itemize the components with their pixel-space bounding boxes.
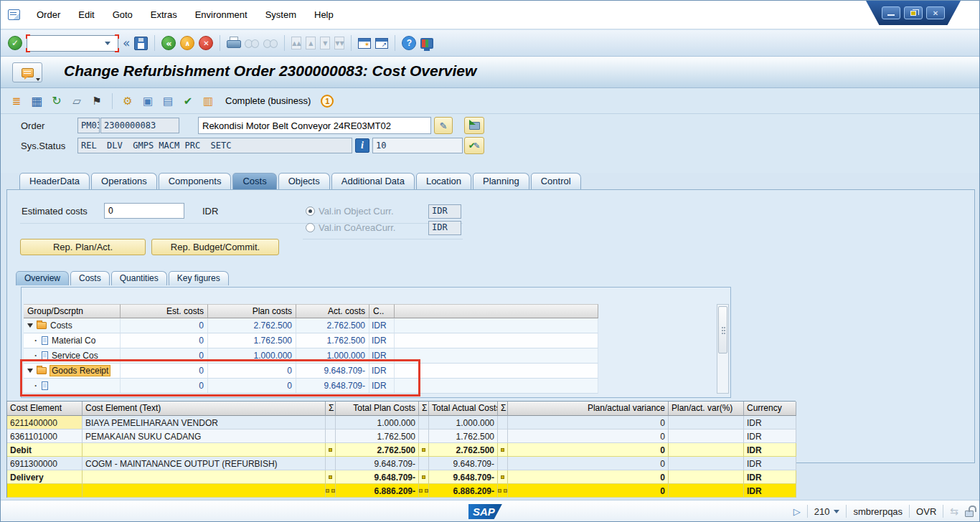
calculator-icon[interactable]: ▦ <box>29 94 44 108</box>
alv-cell-plan[interactable]: 6.886.209- <box>336 484 419 498</box>
log-icon[interactable]: ▥ <box>201 94 215 108</box>
alv-cell-sum2[interactable] <box>419 430 429 443</box>
alv-cell-sum2[interactable] <box>419 484 429 498</box>
exit-icon[interactable]: ∧ <box>180 36 194 50</box>
estimated-costs-field[interactable] <box>104 203 184 219</box>
alv-cell-sum2[interactable] <box>419 457 429 470</box>
tab-location[interactable]: Location <box>416 173 471 189</box>
alv-cell-total-label[interactable] <box>7 484 83 498</box>
alv-cell-sum1[interactable] <box>326 470 336 484</box>
alv-cell-sum3[interactable] <box>498 484 508 498</box>
alv-cell-variance[interactable]: 0 <box>508 443 669 457</box>
val-object-curr-radio[interactable] <box>306 207 315 216</box>
alv-cell-sum1[interactable] <box>326 430 336 443</box>
print-icon[interactable] <box>227 37 240 49</box>
tree-header-act[interactable]: Act. costs <box>296 304 369 318</box>
alv-cell-var-pct[interactable] <box>669 430 744 443</box>
alv-cell-sum3[interactable] <box>498 443 508 457</box>
previous-page-icon[interactable]: ▲ <box>306 37 316 49</box>
collapse-node-icon[interactable] <box>27 323 33 328</box>
command-field[interactable] <box>27 35 118 52</box>
next-page-icon[interactable]: ▼ <box>320 37 330 49</box>
overwrite-mode[interactable]: OVR <box>916 506 936 517</box>
command-dropdown-icon[interactable] <box>105 42 110 45</box>
tree-cell-group[interactable]: Costs <box>24 318 121 333</box>
complete-business-button[interactable]: Complete (business) <box>221 94 315 108</box>
new-session-icon[interactable]: ✶ <box>358 38 371 49</box>
alv-cell-plan[interactable]: 1.000.000 <box>336 416 419 430</box>
back-icon[interactable]: « <box>161 36 176 50</box>
menu-help[interactable]: Help <box>313 7 335 22</box>
schedule-icon[interactable]: ↻ <box>50 94 64 108</box>
alv-header-sum3[interactable]: Σ <box>498 402 508 416</box>
alv-cell-sum1[interactable] <box>326 443 336 457</box>
alv-cell-var-pct[interactable] <box>669 470 744 484</box>
minimize-button[interactable] <box>882 6 900 19</box>
alv-cell-sum3[interactable] <box>498 416 508 430</box>
edit-description-button[interactable]: ✎ <box>434 117 453 134</box>
first-page-icon[interactable]: ▲▲ <box>291 37 301 49</box>
alv-cell-currency[interactable]: IDR <box>744 484 796 498</box>
alv-header-actual[interactable]: Total Actual Costs <box>429 402 498 416</box>
change-status-button[interactable]: ✔ ✎ <box>464 137 484 154</box>
save-icon[interactable] <box>134 37 148 50</box>
alv-cell-actual[interactable]: 2.762.500 <box>429 443 498 457</box>
tree-header-currency[interactable]: C.. <box>369 304 395 318</box>
alv-cell-text[interactable] <box>83 443 326 457</box>
subtab-key-figures[interactable]: Key figures <box>169 271 229 285</box>
alv-cell-plan[interactable]: 9.648.709- <box>336 470 419 484</box>
user-status-field[interactable]: 10 <box>372 138 463 153</box>
alv-cell-text[interactable]: BIAYA PEMELIHARAAN VENDOR <box>83 416 326 430</box>
tab-planning[interactable]: Planning <box>473 173 529 189</box>
tab-headerdata[interactable]: HeaderData <box>19 173 90 189</box>
tree-cell-currency[interactable]: IDR <box>369 318 395 333</box>
milestone-flag-icon[interactable]: ⚑ <box>90 94 104 108</box>
client-selector[interactable]: 210 <box>814 506 840 517</box>
alv-header-element[interactable]: Cost Element <box>7 402 83 416</box>
alv-cell-plan[interactable]: 2.762.500 <box>336 443 419 457</box>
alv-cell-sum1[interactable] <box>326 457 336 470</box>
alv-header-currency[interactable]: Currency <box>744 402 796 416</box>
gui-settings-icon[interactable] <box>420 38 433 49</box>
settlement-rule-icon[interactable]: ⚙ <box>121 94 135 108</box>
planning-board-icon[interactable]: ▱ <box>70 94 84 108</box>
alv-cell-variance[interactable]: 0 <box>508 430 669 443</box>
screen-icon[interactable] <box>8 9 20 20</box>
system-status-field[interactable]: REL DLV GMPS MACM PRC SETC <box>77 138 352 153</box>
alv-cell-sum3[interactable] <box>498 470 508 484</box>
alv-cell-variance[interactable]: 0 <box>508 484 669 498</box>
tab-objects[interactable]: Objects <box>278 173 330 189</box>
alv-cell-sum1[interactable] <box>326 416 336 430</box>
alv-cell-actual[interactable]: 1.000.000 <box>429 416 498 430</box>
rep-plan-act-button[interactable]: Rep. Plan/Act. <box>20 239 146 255</box>
menu-extras[interactable]: Extras <box>149 7 179 22</box>
alv-cell-var-pct[interactable] <box>669 416 744 430</box>
technical-complete-icon[interactable]: ✔ <box>181 94 195 108</box>
menu-order[interactable]: Order <box>35 7 62 22</box>
client-dropdown-icon[interactable] <box>834 510 839 513</box>
restore-button[interactable] <box>904 6 923 19</box>
tree-cell-act[interactable]: 1.762.500 <box>296 333 369 348</box>
alv-cell-var-pct[interactable] <box>669 457 744 470</box>
dropdown-icon[interactable] <box>36 78 40 81</box>
alv-cell-subtotal-label[interactable]: Debit <box>7 443 83 457</box>
alv-cell-sum1[interactable] <box>326 484 336 498</box>
tree-cell-currency[interactable]: IDR <box>369 333 395 348</box>
collapse-icon[interactable]: « <box>123 36 130 50</box>
tab-additional-data[interactable]: Additional Data <box>331 173 415 189</box>
tab-components[interactable]: Components <box>159 173 232 189</box>
long-text-icon[interactable]: ▤ <box>161 94 175 108</box>
enter-icon[interactable]: ✓ <box>8 36 22 50</box>
alv-cell-actual[interactable]: 1.762.500 <box>429 430 498 443</box>
order-number-field[interactable]: 2300000083 <box>100 118 179 133</box>
alv-cell-plan[interactable]: 1.762.500 <box>336 430 419 443</box>
alv-cell-element[interactable]: 6361101000 <box>7 430 83 443</box>
alv-cell-sum3[interactable] <box>498 457 508 470</box>
alv-header-sum1[interactable]: Σ <box>326 402 336 416</box>
rep-budget-commit-button[interactable]: Rep. Budget/Commit. <box>151 239 279 255</box>
alv-cell-currency[interactable]: IDR <box>744 457 796 470</box>
cancel-icon[interactable]: ✕ <box>199 36 213 50</box>
tree-header-group[interactable]: Group/Dscrptn <box>24 304 121 318</box>
alv-cell-var-pct[interactable] <box>669 484 744 498</box>
alv-cell-variance[interactable]: 0 <box>508 416 669 430</box>
